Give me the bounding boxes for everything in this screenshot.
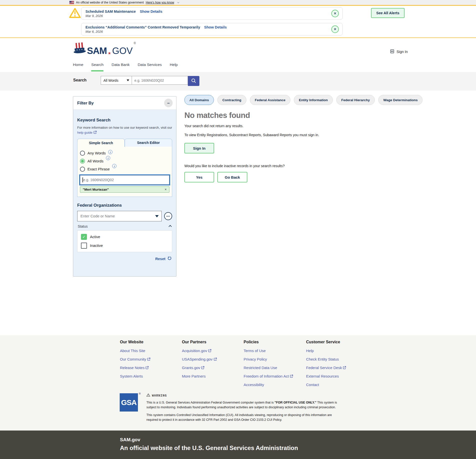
go-back-button[interactable]: Go Back	[217, 172, 247, 182]
footer-link[interactable]: About This Site	[120, 349, 150, 353]
show-details-link[interactable]: Show Details	[204, 25, 227, 29]
footer-heading: Policies	[244, 340, 293, 344]
status-header-row[interactable]: Status	[77, 224, 172, 228]
reset-icon[interactable]	[167, 256, 172, 261]
chevron-up-icon[interactable]	[169, 225, 172, 228]
footer-link[interactable]: Federal Service Desk	[306, 366, 346, 370]
search-submit-button[interactable]	[188, 76, 199, 86]
sam-gov-logo[interactable]: ★ ★ ★ SAM ★ GOV ®	[73, 42, 136, 55]
show-details-link[interactable]: Show Details	[140, 9, 162, 13]
search-scope-select[interactable]: All Words	[101, 76, 132, 85]
domain-tab-federal-assistance[interactable]: Federal Assistance	[250, 95, 291, 105]
warning-triangle-icon	[69, 7, 81, 19]
footer-link[interactable]: More Partners	[182, 374, 217, 378]
search-input[interactable]	[132, 76, 188, 85]
footer-link[interactable]: System Alerts	[120, 374, 150, 378]
info-icon[interactable]: i	[106, 156, 110, 160]
keyword-chip: "Mert Murtezan" ×	[80, 186, 169, 193]
footer-link[interactable]: Accessibility	[244, 383, 293, 387]
any-words-radio[interactable]	[80, 151, 85, 156]
us-flag-icon	[69, 1, 74, 4]
domain-tab-all-domains[interactable]: All Domains	[184, 95, 214, 105]
include-inactive-question: Would you like to include inactive recor…	[184, 164, 339, 168]
gov-banner-link[interactable]: Here's how you know	[146, 1, 174, 4]
warning-block: WARNING This is a U.S. General Services …	[146, 393, 343, 423]
nav-item-data-bank[interactable]: Data Bank	[111, 62, 129, 71]
domain-tab-federal-hierarchy[interactable]: Federal Hierarchy	[336, 95, 375, 105]
footer-link[interactable]: Grants.gov	[182, 366, 217, 370]
footer-link[interactable]: Terms of Use	[244, 349, 293, 353]
domain-tab-contracting[interactable]: Contracting	[217, 95, 246, 105]
active-checkbox[interactable]: ✓	[81, 234, 87, 240]
inactive-checkbox[interactable]	[81, 243, 87, 249]
tab-search-editor[interactable]: Search Editor	[125, 139, 172, 147]
footer-link[interactable]: Our Community	[120, 357, 150, 361]
nav-item-data-services[interactable]: Data Services	[138, 62, 162, 71]
org-code-or-name-input[interactable]	[77, 211, 162, 221]
radio-row-exact-phrase: Exact Phrase i	[80, 167, 169, 172]
footer-identifier: SAM.gov An official website of the U.S. …	[0, 431, 476, 459]
alert-title: Scheduled SAM Maintenance	[85, 9, 136, 13]
no-matches-heading: No matches found	[184, 111, 339, 120]
keyword-chip-label: "Mert Murtezan"	[83, 188, 109, 191]
reset-row: Reset	[77, 256, 172, 261]
gov-banner-text: An official website of the United States…	[76, 1, 144, 4]
reset-filters-link[interactable]: Reset	[155, 257, 165, 261]
chip-remove-icon[interactable]: ×	[165, 187, 167, 191]
question-buttons-row: Yes Go Back	[184, 172, 339, 182]
footer-link[interactable]: USASpending.gov	[182, 357, 217, 361]
tab-simple-search[interactable]: Simple Search	[77, 139, 125, 147]
search-scope-value: All Words	[103, 78, 118, 82]
external-link-icon	[147, 358, 150, 361]
help-guide-link[interactable]: help guide	[77, 131, 97, 134]
info-icon[interactable]: i	[108, 150, 112, 154]
domain-tab-entity-information[interactable]: Entity Information	[294, 95, 333, 105]
sign-in-header-button[interactable]: Sign In	[390, 49, 408, 54]
warning-small-icon	[146, 393, 150, 398]
exact-phrase-radio[interactable]	[80, 167, 85, 172]
warning-title: WARNING	[152, 394, 167, 397]
domain-tab-wage-determinations[interactable]: Wage Determinations	[378, 95, 423, 105]
info-icon[interactable]: i	[112, 164, 116, 168]
footer-link[interactable]: Privacy Policy	[244, 357, 293, 361]
any-words-label: Any Words	[87, 151, 106, 155]
footer-link[interactable]: Freedom of Information Act	[244, 374, 293, 378]
footer-link[interactable]: Check Entity Status	[306, 357, 346, 361]
federal-organizations-row: •••	[77, 211, 172, 221]
footer-link[interactable]: External Resources	[306, 374, 346, 378]
keyword-search-input[interactable]	[80, 175, 169, 185]
filter-title: Filter By	[77, 101, 94, 105]
footer-column-policies: Policies Terms of Use Privacy Policy Res…	[244, 340, 293, 387]
all-words-radio[interactable]	[80, 159, 85, 164]
close-icon[interactable]: ×	[331, 25, 339, 33]
search-results-area: No matches found Your search did not ret…	[184, 111, 339, 182]
nav-item-home[interactable]: Home	[73, 62, 83, 71]
close-icon[interactable]: ×	[331, 10, 339, 17]
footer-link[interactable]: Restricted Data Use	[244, 366, 293, 370]
nav-item-help[interactable]: Help	[170, 62, 178, 71]
footer-link[interactable]: Contact	[306, 383, 346, 387]
footer-link[interactable]: Acquisition.gov	[182, 349, 217, 353]
nav-item-search[interactable]: Search	[91, 62, 103, 71]
keyword-search-tabs: Simple Search Search Editor	[77, 139, 172, 147]
logo-sam-text: SAM	[87, 46, 107, 55]
site-header: ★ ★ ★ SAM ★ GOV ® Sign In	[0, 38, 476, 62]
logo-star-icon: ★	[108, 51, 111, 55]
footer-link[interactable]: Help	[306, 349, 346, 353]
gov-banner: An official website of the United States…	[0, 0, 476, 6]
footer-link[interactable]: Release Notes	[120, 366, 150, 370]
collapse-filters-icon[interactable]: –	[164, 99, 173, 107]
footer-column-our-website: Our Website About This Site Our Communit…	[120, 340, 150, 378]
radio-row-any-words: Any Words i	[80, 151, 169, 156]
ellipsis-icon[interactable]: •••	[164, 212, 172, 220]
see-all-alerts-button[interactable]: See All Alerts	[371, 8, 405, 18]
sign-in-button[interactable]: Sign In	[184, 143, 214, 153]
yes-button[interactable]: Yes	[184, 172, 214, 182]
alert-exclusions: Exclusions “Additional Comments” Content…	[81, 23, 343, 35]
federal-organizations-heading: Federal Organizations	[77, 203, 172, 208]
chevron-down-icon[interactable]	[177, 1, 179, 3]
simple-search-tab-content: Any Words i All Words i Exact Phrase i	[77, 147, 172, 197]
keyword-search-heading: Keyword Search	[77, 118, 172, 123]
sign-in-label: Sign In	[397, 50, 408, 54]
search-bar-row: Search All Words	[0, 72, 476, 90]
